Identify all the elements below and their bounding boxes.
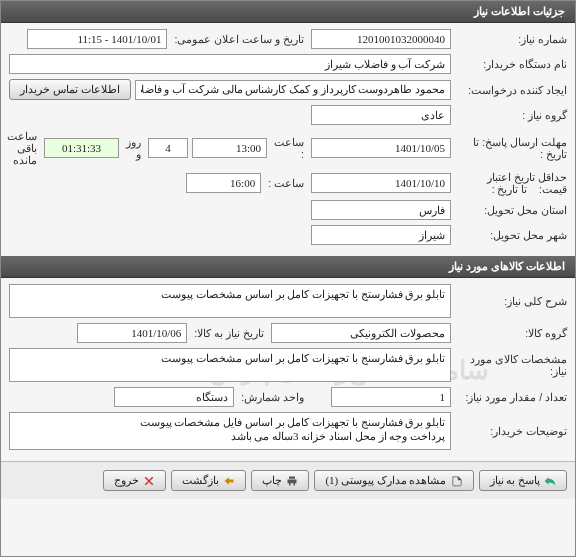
attachments-label: مشاهده مدارک پیوستی (1)	[325, 474, 446, 487]
label-days-and: روز و	[123, 136, 144, 160]
field-city[interactable]	[311, 225, 451, 245]
field-goods-group[interactable]	[271, 323, 451, 343]
field-buyer-notes[interactable]	[9, 412, 451, 450]
label-qty: تعداد / مقدار مورد نیاز:	[455, 391, 567, 403]
respond-button[interactable]: پاسخ به نیاز	[479, 470, 568, 491]
attachments-button[interactable]: مشاهده مدارک پیوستی (1)	[314, 470, 473, 491]
form-items: سامانه اطلاع‌رسانی پارس نماد داده‌ها شرح…	[1, 278, 575, 461]
field-buyer-org[interactable]	[9, 54, 451, 74]
label-general-desc: شرح کلی نیاز:	[455, 295, 567, 307]
header-details: جزئیات اطلاعات نیاز	[1, 1, 575, 23]
field-valid-time[interactable]	[186, 173, 261, 193]
label-hour-1: ساعت :	[271, 136, 307, 160]
respond-label: پاسخ به نیاز	[490, 474, 541, 487]
label-announce-datetime: تاریخ و ساعت اعلان عمومی:	[171, 33, 307, 45]
label-request-creator: ایجاد کننده درخواست:	[455, 84, 567, 96]
print-button[interactable]: چاپ	[251, 470, 309, 491]
label-unit: واحد شمارش:	[238, 391, 307, 403]
field-need-type[interactable]	[311, 105, 451, 125]
exit-icon	[143, 475, 155, 487]
label-city: شهر محل تحویل:	[455, 229, 567, 241]
exit-button[interactable]: خروج	[103, 470, 166, 491]
label-time-remaining: ساعت باقی مانده	[4, 130, 40, 166]
field-unit[interactable]	[114, 387, 234, 407]
reply-icon	[544, 475, 556, 487]
field-deadline-time[interactable]	[192, 138, 267, 158]
back-label: بازگشت	[182, 474, 219, 487]
field-days-remain	[148, 138, 188, 158]
print-icon	[286, 475, 298, 487]
attachment-icon	[451, 475, 463, 487]
label-need-date: تاریخ نیاز به کالا:	[191, 327, 267, 339]
label-buyer-org: نام دستگاه خریدار:	[455, 58, 567, 70]
field-goods-spec[interactable]	[9, 348, 451, 382]
label-response-deadline: مهلت ارسال پاسخ: تا تاریخ :	[455, 136, 567, 160]
back-button[interactable]: بازگشت	[171, 470, 246, 491]
field-deadline-date[interactable]	[311, 138, 451, 158]
back-icon	[223, 475, 235, 487]
field-valid-date[interactable]	[311, 173, 451, 193]
details-window: جزئیات اطلاعات نیاز شماره نیاز: تاریخ و …	[0, 0, 576, 557]
print-label: چاپ	[262, 474, 282, 487]
label-min-valid: حداقل تاریخ اعتبار قیمت: تا تاریخ :	[455, 171, 567, 195]
contact-button[interactable]: اطلاعات تماس خریدار	[9, 79, 131, 100]
label-goods-spec: مشخصات کالای مورد نیاز:	[455, 353, 567, 377]
label-buyer-notes: توضیحات خریدار:	[455, 425, 567, 437]
label-hour-2: ساعت :	[265, 177, 307, 189]
label-need-number: شماره نیاز:	[455, 33, 567, 45]
field-request-creator[interactable]	[135, 80, 452, 100]
field-province[interactable]	[311, 200, 451, 220]
label-goods-group: گروه کالا:	[455, 327, 567, 339]
field-need-date[interactable]	[77, 323, 187, 343]
field-general-desc[interactable]	[9, 284, 451, 318]
field-announce-datetime[interactable]	[27, 29, 167, 49]
footer-toolbar: پاسخ به نیاز مشاهده مدارک پیوستی (1) چاپ…	[1, 461, 575, 499]
form-details: شماره نیاز: تاریخ و ساعت اعلان عمومی: نا…	[1, 23, 575, 256]
label-need-type: گروه نیاز :	[455, 109, 567, 121]
label-province: استان محل تحویل:	[455, 204, 567, 216]
field-need-number[interactable]	[311, 29, 451, 49]
header-items: اطلاعات کالاهای مورد نیاز	[1, 256, 575, 278]
field-qty[interactable]	[331, 387, 451, 407]
exit-label: خروج	[114, 474, 139, 487]
field-time-remain	[44, 138, 119, 158]
